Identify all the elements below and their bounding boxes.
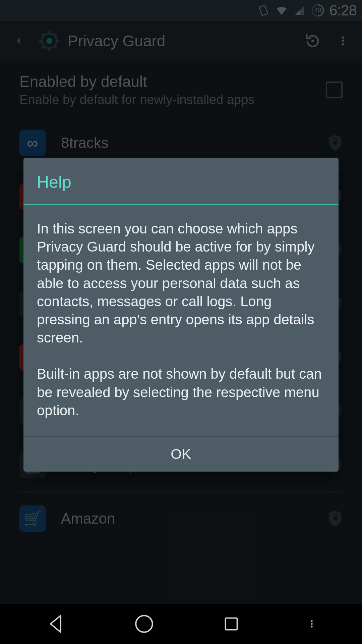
nav-overflow-icon[interactable]	[303, 609, 320, 639]
recents-icon[interactable]	[216, 609, 246, 639]
home-icon[interactable]	[129, 609, 159, 639]
dialog-ok-button[interactable]: OK	[23, 437, 339, 472]
dialog-body: In this screen you can choose which apps…	[23, 205, 339, 437]
dialog-title: Help	[23, 158, 339, 205]
back-icon[interactable]	[42, 609, 72, 639]
help-dialog: Help In this screen you can choose which…	[23, 158, 339, 472]
system-nav-bar	[0, 604, 362, 644]
svg-point-27	[311, 623, 313, 625]
svg-rect-25	[226, 618, 237, 630]
svg-point-28	[311, 626, 313, 628]
svg-point-24	[136, 615, 153, 632]
svg-point-26	[311, 620, 313, 622]
